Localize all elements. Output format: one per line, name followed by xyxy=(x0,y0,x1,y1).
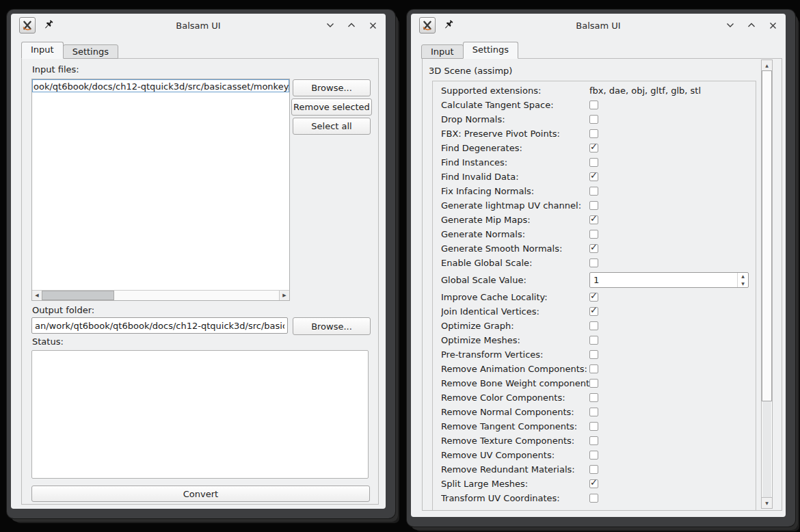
settings-row-label: Find Invalid Data: xyxy=(441,172,589,182)
horizontal-scrollbar-thumb[interactable] xyxy=(42,291,114,300)
settings-checkbox[interactable] xyxy=(589,408,598,416)
settings-row-label: Remove Animation Components: xyxy=(441,364,589,374)
settings-checkbox[interactable] xyxy=(589,321,598,330)
settings-checkbox[interactable] xyxy=(589,436,598,445)
settings-row: Find Degenerates: ✓ xyxy=(433,141,756,155)
settings-checkbox[interactable]: ✓ xyxy=(589,215,598,224)
global-scale-spinbox[interactable]: 1▲▼ xyxy=(589,272,749,288)
status-box[interactable] xyxy=(31,350,369,479)
settings-checkbox[interactable] xyxy=(589,336,598,345)
x-logo-icon xyxy=(422,20,433,31)
file-list-item-selected[interactable]: ook/qt6book/docs/ch12-qtquick3d/src/basi… xyxy=(32,79,289,92)
input-tab-pane: Input files: ook/qt6book/docs/ch12-qtqui… xyxy=(21,58,379,505)
minimize-button[interactable] xyxy=(725,21,735,30)
browse-input-button[interactable]: Browse... xyxy=(293,79,371,96)
output-folder-input[interactable] xyxy=(31,317,288,334)
settings-row-label: Generate Mip Maps: xyxy=(441,215,589,225)
pin-icon[interactable] xyxy=(44,20,55,31)
settings-row: Fix Infacing Normals: xyxy=(433,184,756,198)
scroll-up-icon[interactable]: ▲ xyxy=(762,60,772,71)
settings-checkbox[interactable]: ✓ xyxy=(589,244,598,253)
scroll-down-icon[interactable]: ▼ xyxy=(762,497,772,508)
window-balsam-settings: Balsam UI Input Settings 3D Scene (assim… xyxy=(407,10,795,527)
maximize-button[interactable] xyxy=(747,21,756,30)
tab-input[interactable]: Input xyxy=(421,44,464,59)
settings-checkbox[interactable] xyxy=(589,230,598,239)
settings-checkbox[interactable] xyxy=(589,101,598,109)
tab-input[interactable]: Input xyxy=(21,42,64,59)
settings-checkbox[interactable]: ✓ xyxy=(589,307,598,316)
checkmark-icon: ✓ xyxy=(590,477,598,488)
settings-row-label: Generate Smooth Normals: xyxy=(441,243,589,254)
settings-row: Join Identical Vertices: ✓ xyxy=(433,304,756,319)
settings-row: Calculate Tangent Space: xyxy=(433,98,756,112)
settings-checkbox[interactable] xyxy=(589,158,598,167)
settings-checkbox[interactable] xyxy=(589,393,598,402)
settings-checkbox[interactable] xyxy=(589,115,598,124)
titlebar[interactable]: Balsam UI xyxy=(11,14,386,37)
settings-row-label: Supported extensions: xyxy=(441,85,589,96)
settings-checkbox[interactable] xyxy=(589,187,598,196)
xorg-app-icon[interactable] xyxy=(19,17,36,34)
settings-row: Transform UV Coordinates: xyxy=(433,491,756,505)
settings-row-label: Remove Redundant Materials: xyxy=(441,464,589,475)
spinbox-value: 1 xyxy=(590,275,599,285)
settings-row: Optimize Graph: xyxy=(433,319,756,333)
x-logo-icon xyxy=(22,20,33,31)
tab-settings[interactable]: Settings xyxy=(63,44,118,59)
spin-down-icon[interactable]: ▼ xyxy=(738,280,748,288)
vertical-scrollbar[interactable]: ▲ ▼ xyxy=(761,59,773,509)
settings-checkbox[interactable] xyxy=(589,494,598,503)
close-button[interactable] xyxy=(368,21,377,30)
settings-row-label: Remove UV Components: xyxy=(441,450,589,460)
vertical-scrollbar-groove xyxy=(762,401,771,498)
settings-checkbox[interactable] xyxy=(589,451,598,460)
scroll-left-icon[interactable]: ◀ xyxy=(32,291,42,300)
vertical-scrollbar-thumb[interactable] xyxy=(762,70,772,401)
settings-checkbox[interactable] xyxy=(589,379,598,388)
maximize-button[interactable] xyxy=(347,21,356,30)
settings-row: Enable Global Scale: xyxy=(433,256,756,270)
settings-checkbox[interactable]: ✓ xyxy=(589,172,598,181)
settings-row-value: fbx, dae, obj, gltf, glb, stl xyxy=(589,85,701,96)
scroll-right-icon[interactable]: ▶ xyxy=(279,291,289,300)
status-label: Status: xyxy=(32,336,64,347)
pin-icon[interactable] xyxy=(444,20,455,31)
settings-checkbox[interactable] xyxy=(589,350,598,359)
settings-checkbox[interactable]: ✓ xyxy=(589,293,598,302)
settings-checkbox[interactable] xyxy=(589,422,598,431)
settings-checkbox[interactable]: ✓ xyxy=(589,479,598,488)
titlebar[interactable]: Balsam UI xyxy=(411,14,786,37)
settings-row-label: Remove Tangent Components: xyxy=(441,421,589,431)
file-list-items: ook/qt6book/docs/ch12-qtquick3d/src/basi… xyxy=(32,79,289,291)
settings-row-label: Split Large Meshes: xyxy=(441,479,589,489)
settings-checkbox[interactable] xyxy=(589,201,598,210)
settings-checkbox[interactable] xyxy=(589,465,598,474)
xorg-app-icon[interactable] xyxy=(419,17,436,34)
settings-checkbox[interactable]: ✓ xyxy=(589,144,598,152)
select-all-button[interactable]: Select all xyxy=(293,118,371,135)
close-button[interactable] xyxy=(768,21,777,30)
horizontal-scrollbar[interactable]: ◀ ▶ xyxy=(32,290,289,300)
settings-checkbox[interactable] xyxy=(589,364,598,373)
input-files-list[interactable]: ook/qt6book/docs/ch12-qtquick3d/src/basi… xyxy=(31,79,290,301)
input-files-label: Input files: xyxy=(32,64,79,75)
settings-row-label: Optimize Meshes: xyxy=(441,335,589,345)
settings-row: Remove Bone Weight components: xyxy=(433,376,756,390)
checkmark-icon: ✓ xyxy=(590,291,598,301)
remove-selected-button[interactable]: Remove selected xyxy=(291,98,372,116)
window-balsam-input: Balsam UI Input Settings Input files: oo… xyxy=(7,10,395,518)
settings-checkbox[interactable] xyxy=(589,129,598,138)
browse-output-button[interactable]: Browse... xyxy=(293,317,371,335)
settings-checkbox[interactable] xyxy=(589,258,598,267)
tab-settings[interactable]: Settings xyxy=(463,42,518,59)
settings-row-label: Enable Global Scale: xyxy=(441,258,589,268)
settings-row-label: Join Identical Vertices: xyxy=(441,306,589,317)
settings-row-label: Remove Normal Components: xyxy=(441,407,589,417)
spin-up-icon[interactable]: ▲ xyxy=(738,273,748,280)
settings-row: Remove UV Components: xyxy=(433,448,756,462)
minimize-button[interactable] xyxy=(325,21,335,30)
convert-button[interactable]: Convert xyxy=(31,486,370,502)
settings-row: FBX: Preserve Pivot Points: xyxy=(433,127,756,141)
settings-row-label: Remove Texture Components: xyxy=(441,436,589,446)
